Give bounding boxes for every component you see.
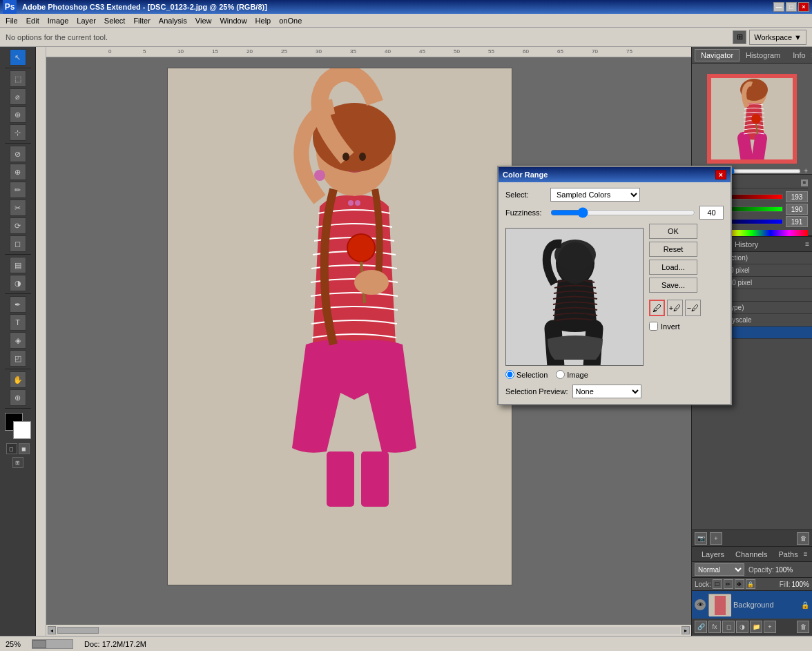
scroll-thumb-h[interactable]: [57, 627, 99, 634]
shape-tool[interactable]: ◰: [10, 350, 26, 367]
blend-mode-select[interactable]: Normal: [695, 563, 744, 576]
menu-image[interactable]: Image: [44, 15, 73, 26]
eyedropper-add-btn[interactable]: +🖊: [667, 300, 683, 316]
background-layer[interactable]: 👁 Background 🔒: [692, 591, 812, 619]
lock-image-btn[interactable]: ✏: [724, 579, 733, 589]
layer-mask-btn[interactable]: ◻: [722, 621, 735, 633]
layer-link-btn[interactable]: 🔗: [695, 621, 707, 633]
scroll-right-btn[interactable]: ▸: [682, 626, 690, 634]
minimize-button[interactable]: —: [773, 2, 784, 12]
lock-transparent-btn[interactable]: ☐: [713, 579, 722, 589]
layer-new-btn[interactable]: +: [764, 621, 776, 633]
menu-view[interactable]: View: [191, 15, 216, 26]
ok-button[interactable]: OK: [649, 224, 697, 239]
tab-layers[interactable]: Layers: [696, 549, 730, 560]
window-title: Adobe Photoshop CS3 Extended - [DSC_0123…: [22, 3, 267, 11]
fuzziness-slider[interactable]: [550, 207, 695, 218]
dialog-main-row: Selection Image OK Reset Load... Save...: [505, 224, 724, 382]
reset-button[interactable]: Reset: [649, 242, 697, 257]
menu-file[interactable]: File: [1, 15, 22, 26]
close-button[interactable]: ×: [798, 2, 809, 12]
hand-tool[interactable]: ✋: [10, 371, 26, 388]
marquee-tool[interactable]: ⬚: [10, 70, 26, 87]
history-brush-tool[interactable]: ⟳: [10, 217, 26, 234]
history-panel-menu[interactable]: ≡: [805, 240, 812, 248]
layer-delete-btn[interactable]: 🗑: [797, 621, 809, 633]
load-button[interactable]: Load...: [649, 260, 697, 275]
doc-size: Doc: 17.2M/17.2M: [84, 640, 146, 648]
status-scroll-indicator: [32, 639, 73, 649]
menu-edit[interactable]: Edit: [22, 15, 44, 26]
selection-preview-select[interactable]: None Grayscale Black Matte White Matte Q…: [572, 385, 641, 398]
quick-mask-btn[interactable]: ◼: [19, 443, 30, 454]
pen-tool[interactable]: ✒: [10, 296, 26, 313]
invert-checkbox[interactable]: [649, 322, 658, 331]
menu-window[interactable]: Window: [215, 15, 251, 26]
brush-tool[interactable]: ✏: [10, 182, 26, 198]
text-tool[interactable]: T: [10, 314, 26, 331]
history-new-doc-btn[interactable]: +: [710, 532, 722, 545]
layers-panel-menu[interactable]: ≡: [804, 550, 811, 558]
menu-filter[interactable]: Filter: [129, 15, 154, 26]
path-select-tool[interactable]: ◈: [10, 332, 26, 349]
layer-adj-btn[interactable]: ◑: [736, 621, 748, 633]
dialog-titlebar: Color Range ×: [499, 167, 731, 182]
svg-point-6: [342, 153, 349, 161]
eyedropper-sample-btn[interactable]: 🖊: [649, 300, 665, 316]
screen-mode-btn[interactable]: ⊞: [12, 457, 23, 468]
tab-info[interactable]: Info: [786, 49, 811, 61]
selection-radio-label[interactable]: Selection: [505, 370, 548, 379]
image-radio-label[interactable]: Image: [556, 370, 588, 379]
image-radio[interactable]: [556, 370, 565, 379]
eraser-tool[interactable]: ◻: [10, 235, 26, 252]
dodge-tool[interactable]: ◑: [10, 275, 26, 291]
fuzziness-input[interactable]: 40: [699, 206, 724, 220]
lasso-tool[interactable]: ⌀: [10, 88, 26, 105]
menu-select[interactable]: Select: [100, 15, 130, 26]
fg-bg-color-swatch[interactable]: [5, 413, 31, 439]
workspace-button[interactable]: Workspace ▼: [749, 30, 806, 45]
layer-group-btn[interactable]: 📁: [750, 621, 762, 633]
clone-tool[interactable]: ✂: [10, 200, 26, 216]
layer-style-btn[interactable]: fx: [708, 621, 721, 633]
menu-onone[interactable]: onOne: [275, 15, 306, 26]
tab-paths[interactable]: Paths: [773, 549, 804, 560]
save-button[interactable]: Save...: [649, 278, 697, 293]
move-tool[interactable]: ↖: [10, 49, 26, 66]
scroll-track-h[interactable]: [57, 627, 680, 634]
horizontal-scrollbar[interactable]: ◂ ▸: [46, 625, 691, 636]
menu-help[interactable]: Help: [251, 15, 276, 26]
quick-select-tool[interactable]: ⊛: [10, 106, 26, 123]
ruler-horizontal: 0 5 10 15 20 25 30 35 40 45 50 55 60 65 …: [46, 47, 691, 57]
layer-thumbnail: [708, 594, 731, 616]
menu-layer[interactable]: Layer: [72, 15, 100, 26]
lock-position-btn[interactable]: ✥: [735, 579, 744, 589]
lock-all-btn[interactable]: 🔒: [746, 579, 755, 589]
eyedropper-tool[interactable]: ⊘: [10, 146, 26, 162]
tab-history[interactable]: History: [729, 239, 764, 250]
gradient-tool[interactable]: ▤: [10, 257, 26, 273]
history-snapshot-btn[interactable]: 📷: [695, 532, 707, 545]
heal-tool[interactable]: ⊕: [10, 164, 26, 180]
maximize-button[interactable]: □: [786, 2, 797, 12]
zoom-tool[interactable]: ⊕: [10, 389, 26, 406]
color-panel-menu[interactable]: ≡: [801, 179, 808, 186]
layers-tab-bar: Layers Channels Paths ≡: [692, 547, 812, 562]
normal-mode-btn[interactable]: ◻: [6, 443, 17, 454]
background-color[interactable]: [13, 421, 31, 439]
nav-zoom-in-icon[interactable]: +: [804, 167, 808, 174]
tab-channels[interactable]: Channels: [730, 549, 773, 560]
ruler-vertical: [36, 47, 46, 636]
menu-analysis[interactable]: Analysis: [155, 15, 191, 26]
layer-visibility-eye[interactable]: 👁: [695, 599, 706, 610]
selection-radio[interactable]: [505, 370, 514, 379]
dialog-close-button[interactable]: ×: [715, 170, 726, 179]
optionsbar: No options for the current tool. ⊞ Works…: [0, 28, 812, 47]
tab-histogram[interactable]: Histogram: [740, 49, 786, 61]
history-delete-btn[interactable]: 🗑: [797, 532, 809, 545]
select-dropdown[interactable]: Sampled Colors Reds Yellows Greens Cyans…: [550, 188, 640, 202]
crop-tool[interactable]: ⊹: [10, 124, 26, 141]
eyedropper-subtract-btn[interactable]: −🖊: [685, 300, 701, 316]
scroll-left-btn[interactable]: ◂: [48, 626, 56, 634]
tab-navigator[interactable]: Navigator: [695, 49, 740, 61]
